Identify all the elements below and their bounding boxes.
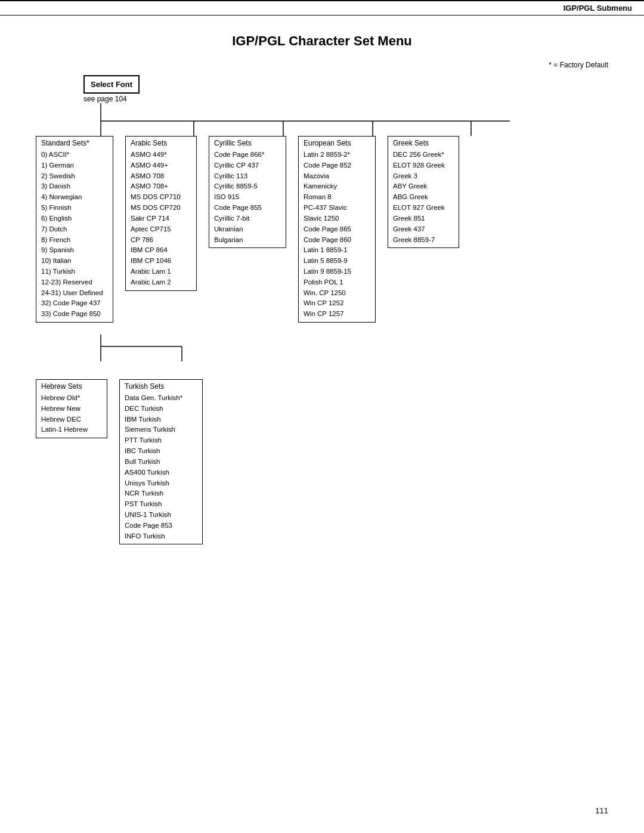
arabic-sets-header: Arabic Sets — [131, 139, 191, 147]
list-item: Latin 2 8859-2* — [304, 150, 370, 160]
list-item: ELOT 928 Greek — [393, 160, 454, 171]
list-item: Bull Turkish — [125, 457, 197, 467]
bottom-sets-row: Hebrew Sets Hebrew Old* Hebrew New Hebre… — [36, 379, 608, 544]
list-item: Latin-1 Hebrew — [41, 425, 102, 435]
list-item: Arabic Lam 2 — [131, 277, 191, 288]
greek-sets-column: Greek Sets DEC 256 Greek* ELOT 928 Greek… — [388, 136, 459, 248]
list-item: ASMO 449+ — [131, 160, 191, 171]
cyrillic-sets-items: Code Page 866* Cyrillic CP 437 Cyrillic … — [214, 150, 281, 245]
greek-sets-header: Greek Sets — [393, 139, 454, 147]
hebrew-sets-column: Hebrew Sets Hebrew Old* Hebrew New Hebre… — [36, 379, 107, 438]
hebrew-sets-header: Hebrew Sets — [41, 382, 102, 391]
list-item: 2) Swedish — [41, 171, 108, 182]
list-item: PC-437 Slavic — [304, 203, 370, 213]
list-item: MS DOS CP710 — [131, 192, 191, 203]
list-item: Win CP 1257 — [304, 309, 370, 320]
page-title: IGP/PGL Character Set Menu — [36, 33, 608, 49]
list-item: Greek 437 — [393, 224, 454, 235]
turkish-sets-header: Turkish Sets — [125, 382, 197, 391]
list-item: Code Page 855 — [214, 203, 281, 213]
standard-sets-column: Standard Sets* 0) ASCII* 1) German 2) Sw… — [36, 136, 113, 323]
list-item: 4) Norwegian — [41, 192, 108, 203]
list-item: UNIS-1 Turkish — [125, 510, 197, 521]
connector-svg — [36, 103, 572, 136]
select-font-label: Select Font — [91, 80, 132, 89]
cyrillic-sets-column: Cyrillic Sets Code Page 866* Cyrillic CP… — [209, 136, 286, 248]
turkish-sets-column: Turkish Sets Data Gen. Turkish* DEC Turk… — [119, 379, 203, 544]
list-item: 6) English — [41, 213, 108, 224]
list-item: Cyrillic 8859-5 — [214, 181, 281, 192]
list-item: Code Page 860 — [304, 235, 370, 246]
hebrew-sets-items: Hebrew Old* Hebrew New Hebrew DEC Latin-… — [41, 393, 102, 435]
select-font-box: Select Font — [83, 75, 140, 94]
list-item: AS400 Turkish — [125, 467, 197, 478]
list-item: 3) Danish — [41, 181, 108, 192]
top-sets-row: Standard Sets* 0) ASCII* 1) German 2) Sw… — [36, 136, 608, 323]
list-item: Latin 5 8859-9 — [304, 256, 370, 267]
list-item: Code Page 852 — [304, 160, 370, 171]
list-item: DEC Turkish — [125, 404, 197, 414]
list-item: 7) Dutch — [41, 224, 108, 235]
list-item: MS DOS CP720 — [131, 203, 191, 213]
list-item: DEC 256 Greek* — [393, 150, 454, 160]
arabic-sets-items: ASMO 449* ASMO 449+ ASMO 708 ASMO 708+ M… — [131, 150, 191, 288]
list-item: Arabic Lam 1 — [131, 267, 191, 277]
list-item: INFO Turkish — [125, 531, 197, 542]
list-item: IBM Turkish — [125, 414, 197, 425]
list-item: Code Page 865 — [304, 224, 370, 235]
list-item: Hebrew New — [41, 404, 102, 414]
list-item: Mazovia — [304, 171, 370, 182]
turkish-sets-items: Data Gen. Turkish* DEC Turkish IBM Turki… — [125, 393, 197, 541]
list-item: ASMO 708+ — [131, 181, 191, 192]
select-font-sublabel: see page 104 — [83, 95, 608, 103]
list-item: 0) ASCII* — [41, 150, 108, 160]
list-item: ISO 915 — [214, 192, 281, 203]
standard-sets-items: 0) ASCII* 1) German 2) Swedish 3) Danish… — [41, 150, 108, 320]
list-item: Aptec CP715 — [131, 224, 191, 235]
list-item: IBC Turkish — [125, 446, 197, 457]
page-number: 111 — [595, 806, 608, 815]
list-item: Win. CP 1250 — [304, 288, 370, 299]
list-item: NCR Turkish — [125, 488, 197, 499]
list-item: Code Page 866* — [214, 150, 281, 160]
list-item: Greek 851 — [393, 213, 454, 224]
european-sets-column: European Sets Latin 2 8859-2* Code Page … — [298, 136, 376, 323]
greek-sets-items: DEC 256 Greek* ELOT 928 Greek Greek 3 AB… — [393, 150, 454, 245]
list-item: 8) French — [41, 235, 108, 246]
list-item: Latin 1 8859-1 — [304, 245, 370, 256]
list-item: 9) Spanish — [41, 245, 108, 256]
list-item: ABG Greek — [393, 192, 454, 203]
list-item: Win CP 1252 — [304, 298, 370, 309]
list-item: Roman 8 — [304, 192, 370, 203]
list-item: Greek 3 — [393, 171, 454, 182]
factory-default-label: * = Factory Default — [36, 61, 608, 69]
list-item: PTT Turkish — [125, 435, 197, 446]
list-item: Data Gen. Turkish* — [125, 393, 197, 404]
list-item: Cyrillic 7-bit — [214, 213, 281, 224]
list-item: ASMO 708 — [131, 171, 191, 182]
header-bar: IGP/PGL Submenu — [0, 0, 644, 16]
list-item: PST Turkish — [125, 499, 197, 510]
list-item: 11) Turkish — [41, 267, 108, 277]
list-item: IBM CP 864 — [131, 245, 191, 256]
list-item: Cyrillic CP 437 — [214, 160, 281, 171]
list-item: 10) Italian — [41, 256, 108, 267]
list-item: IBM CP 1046 — [131, 256, 191, 267]
list-item: Unisys Turkish — [125, 478, 197, 489]
list-item: Hebrew DEC — [41, 414, 102, 425]
list-item: Code Page 853 — [125, 521, 197, 531]
list-item: Ukrainian — [214, 224, 281, 235]
list-item: 24-31) User Defined — [41, 288, 108, 299]
list-item: Bulgarian — [214, 235, 281, 246]
list-item: Polish POL 1 — [304, 277, 370, 288]
list-item: Latin 9 8859-15 — [304, 267, 370, 277]
list-item: Hebrew Old* — [41, 393, 102, 404]
bottom-connector-svg — [36, 335, 274, 361]
list-item: 32) Code Page 437 — [41, 298, 108, 309]
list-item: Kamenicky — [304, 181, 370, 192]
arabic-sets-column: Arabic Sets ASMO 449* ASMO 449+ ASMO 708… — [125, 136, 197, 291]
list-item: 5) Finnish — [41, 203, 108, 213]
european-sets-items: Latin 2 8859-2* Code Page 852 Mazovia Ka… — [304, 150, 370, 320]
cyrillic-sets-header: Cyrillic Sets — [214, 139, 281, 147]
european-sets-header: European Sets — [304, 139, 370, 147]
